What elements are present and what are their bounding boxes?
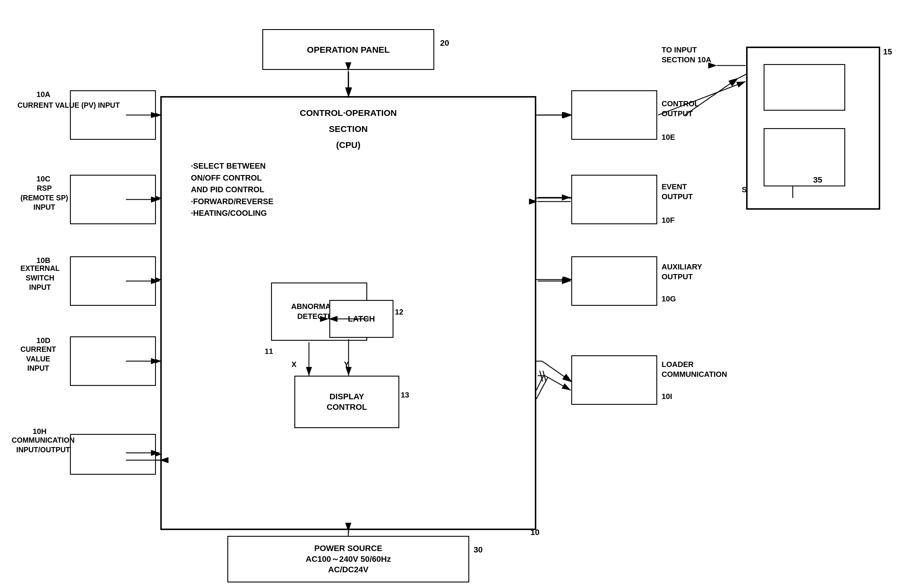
label-10h: 10H	[33, 427, 46, 436]
svg-line-42	[545, 376, 570, 390]
label-10d-desc: CURRENTVALUEINPUT	[21, 345, 56, 373]
input-10b-box	[70, 256, 156, 306]
label-event-output: EVENTOUTPUT	[662, 182, 693, 202]
svg-line-43	[540, 371, 543, 382]
to-input-label: TO INPUTSECTION 10A	[662, 45, 711, 65]
label-10e: 10E	[662, 133, 675, 142]
label-10c-desc: RSP(REMOTE SP)INPUT	[21, 184, 68, 212]
label-10h-desc: COMMUNICATIONINPUT/OUTPUT	[12, 435, 75, 454]
label-10a: 10A	[37, 90, 50, 100]
input-10c-box	[70, 175, 156, 224]
label-10c: 10C	[37, 174, 50, 184]
output-10g-box	[571, 256, 657, 306]
power-box: POWER SOURCEAC100～240V 50/60HzAC/DC24V	[228, 536, 469, 582]
output-10f-box	[571, 175, 657, 224]
latch-label: LATCH	[348, 314, 375, 324]
label-10f: 10F	[662, 216, 675, 225]
label-10g: 10G	[662, 294, 676, 304]
operation-panel-label: OPERATION PANEL	[307, 44, 390, 55]
s-label: S	[742, 185, 747, 195]
x-label: X	[292, 360, 296, 369]
display-label: DISPLAYCONTROL	[327, 391, 367, 413]
input-10d-box	[70, 336, 156, 386]
power-number: 30	[474, 545, 482, 555]
power-label: POWER SOURCEAC100～240V 50/60HzAC/DC24V	[306, 543, 391, 575]
label-10b-desc: EXTERNALSWITCHINPUT	[21, 264, 60, 292]
label-auxiliary-output: AUXILIARYOUTPUT	[662, 262, 702, 282]
latch-box: LATCH	[329, 300, 393, 338]
device-inner1	[764, 64, 845, 111]
svg-line-21	[536, 376, 543, 390]
label-10a-desc: CURRENT VALUE (PV) INPUT	[18, 101, 120, 110]
cpu-number: 10	[530, 527, 540, 538]
svg-line-22	[536, 377, 548, 399]
diagram: OPERATION PANEL 20 CONTROL·OPERATION SEC…	[0, 0, 907, 588]
svg-line-44	[543, 371, 546, 382]
svg-line-15	[542, 361, 571, 382]
y-label: Y	[344, 360, 349, 369]
abdet-number: 11	[264, 347, 273, 356]
output-10e-box	[571, 90, 657, 140]
cpu-text: CONTROL·OPERATION SECTION (CPU) ·SELECT …	[173, 106, 523, 219]
operation-panel-box: OPERATION PANEL	[262, 29, 434, 70]
label-10i: 10I	[662, 392, 672, 402]
label-10d: 10D	[37, 336, 50, 346]
panel-number: 20	[440, 38, 449, 48]
input-10a-box	[70, 90, 156, 140]
display-number: 13	[401, 390, 409, 400]
input-10h-box	[70, 434, 156, 475]
label-loader-comm: LOADERCOMMUNICATION	[662, 360, 727, 379]
label-15: 15	[883, 46, 892, 57]
output-10i-box	[571, 355, 657, 405]
label-35: 35	[813, 175, 822, 185]
device-inner2	[764, 128, 845, 186]
display-box: DISPLAYCONTROL	[294, 376, 399, 428]
latch-number: 12	[395, 307, 403, 317]
label-control-output: CONTROLOUTPUT	[662, 99, 699, 119]
